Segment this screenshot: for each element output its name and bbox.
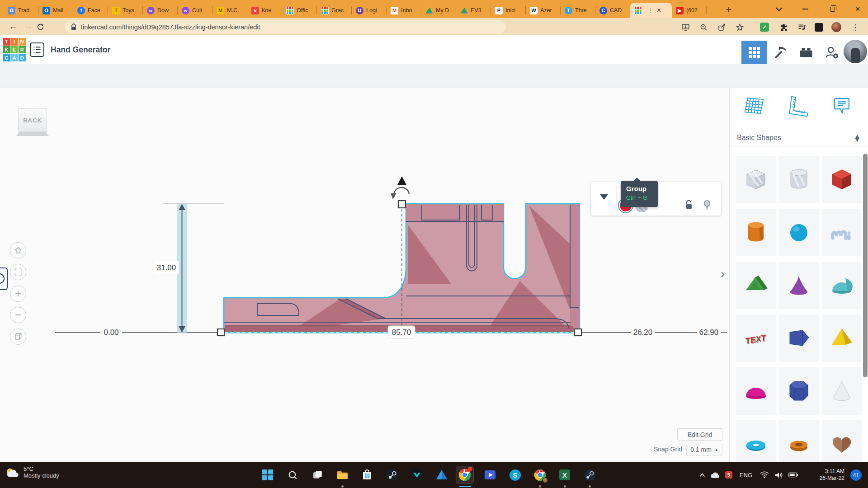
window-search-tabs-icon[interactable] [768, 0, 788, 18]
raise-arrow-handle[interactable] [397, 176, 406, 185]
wifi-icon[interactable] [758, 466, 771, 484]
browser-tab[interactable]: fFace [73, 3, 108, 18]
shape-tile-heart-brown[interactable] [822, 420, 862, 468]
browser-tab[interactable]: PInici [491, 3, 526, 18]
browser-tab[interactable]: My D [421, 3, 456, 18]
profile-avatar[interactable] [830, 21, 842, 33]
browser-tab[interactable]: ∞Dow [143, 3, 178, 18]
ruler-tool[interactable] [785, 93, 811, 119]
lock-icon[interactable] [684, 200, 694, 211]
workplane-tool[interactable] [741, 93, 767, 119]
clock-widget[interactable]: 3:11 AM 26-Mar-22 [820, 466, 844, 484]
window-close-button[interactable]: × [847, 0, 868, 18]
tinkercad-logo[interactable]: TINKERCAD [3, 38, 26, 61]
account-avatar[interactable] [844, 40, 867, 63]
skype-icon[interactable]: S [506, 466, 524, 484]
notes-tool[interactable] [829, 93, 855, 119]
drive-triangle-icon[interactable] [433, 466, 451, 484]
scale-handle-top[interactable] [398, 201, 406, 208]
install-app-icon[interactable] [679, 21, 691, 33]
edit-grid-button[interactable]: Edit Grid [677, 428, 722, 441]
file-explorer-icon[interactable] [333, 466, 351, 484]
notification-center-badge[interactable]: 41 [850, 469, 862, 481]
url-omnibox[interactable]: tinkercad.com/things/dD9q2857Jfa-sizzlin… [65, 20, 506, 33]
height-dimension-value[interactable]: 31.00 [157, 263, 176, 272]
shape-tile-wedge-blue[interactable] [779, 314, 819, 362]
scale-handle-right[interactable] [575, 329, 581, 336]
shape-tile-cylinder-orange[interactable] [736, 209, 776, 256]
back-icon[interactable]: ← [5, 22, 21, 32]
browser-tab[interactable]: ▶(602 [672, 3, 707, 18]
browser-tab[interactable]: ULogi [352, 3, 387, 18]
design-title[interactable]: Hand Generator [51, 45, 110, 55]
panel-collapse-caret[interactable] [600, 194, 608, 200]
extensions-puzzle-icon[interactable] [778, 21, 789, 33]
forward-icon[interactable]: → [21, 22, 36, 32]
excel-icon[interactable]: X [556, 466, 574, 484]
share-icon[interactable] [716, 21, 727, 33]
design-canvas[interactable]: BACK › [0, 88, 729, 462]
shape-tile-torus-cyan[interactable] [736, 420, 776, 468]
browser-tab[interactable]: OMail [38, 3, 73, 18]
tab-close-icon[interactable]: × [657, 6, 661, 14]
mode-brick-button[interactable] [793, 41, 819, 64]
window-minimize-button[interactable] [795, 0, 816, 18]
steam-icon[interactable] [383, 466, 401, 484]
browser-tab[interactable]: GTrad [4, 3, 38, 18]
shape-tile-scribble-blue[interactable] [822, 209, 862, 256]
design-menu-icon[interactable] [30, 42, 44, 57]
extension-check-icon[interactable]: ✓ [759, 21, 770, 33]
scale-handle-left[interactable] [217, 329, 224, 336]
browser-tab[interactable]: CCAD [595, 3, 630, 18]
playlist-extension-icon[interactable] [796, 21, 807, 33]
shape-tile-polygon-blue[interactable] [779, 367, 819, 415]
tray-recorder-icon[interactable]: 5 [722, 466, 735, 484]
language-indicator[interactable]: ENG [737, 466, 755, 484]
shape-tile-text-red[interactable]: TEXTTEXT [736, 314, 776, 362]
shape-tile-tube-orange[interactable] [779, 420, 819, 468]
invite-people-button[interactable] [819, 41, 844, 64]
browser-tab[interactable]: TThre [561, 3, 595, 18]
zoom-page-icon[interactable] [698, 21, 709, 33]
chrome-taskbar-icon[interactable] [456, 466, 474, 484]
mode-blocks-button[interactable] [741, 41, 767, 64]
battery-icon[interactable] [787, 466, 800, 484]
weather-widget[interactable]: 5°C Mostly cloudy [5, 465, 59, 481]
shape-tile-roof-green[interactable] [736, 262, 776, 309]
browser-tab[interactable]: MM.C. [212, 3, 247, 18]
reload-icon[interactable] [36, 23, 52, 31]
shape-tile-box-transparent[interactable] [736, 156, 776, 203]
shape-tile-box-red[interactable] [822, 156, 862, 203]
shape-category-dropdown[interactable]: Basic Shapes ▲▼ [730, 129, 868, 146]
browser-tab[interactable]: ⋮× [630, 3, 672, 18]
hide-lightbulb-icon[interactable] [702, 199, 712, 211]
chrome-profile-icon[interactable] [531, 466, 549, 484]
task-view-icon[interactable] [308, 466, 326, 484]
shape-tile-dome-teal[interactable] [822, 262, 862, 309]
steam-running-icon[interactable] [580, 466, 599, 484]
window-restore-button[interactable] [822, 0, 843, 18]
sidebar-scrollbar[interactable] [863, 154, 868, 377]
snap-grid-dropdown[interactable]: 0.1 mm▲ [686, 444, 722, 455]
microsoft-store-icon[interactable] [358, 466, 376, 484]
browser-tab[interactable]: MInbo [387, 3, 421, 18]
browser-tab[interactable]: Grac [317, 3, 352, 18]
shape-tile-cylinder-transparent[interactable] [779, 156, 819, 203]
shape-tile-paraboloid-white[interactable] [822, 367, 862, 415]
new-tab-button[interactable]: + [722, 4, 736, 15]
dark-mode-extension-icon[interactable] [813, 21, 825, 33]
start-button[interactable] [259, 466, 277, 484]
browser-tab[interactable]: TToys [108, 3, 143, 18]
search-icon[interactable] [283, 466, 302, 484]
browser-tab[interactable]: Offic [282, 3, 317, 18]
mode-minecraft-button[interactable] [768, 41, 793, 64]
shape-tile-pyramid-yellow[interactable] [822, 314, 862, 362]
shape-tile-sphere-blue[interactable] [779, 209, 819, 256]
shape-tile-half-sphere-magenta[interactable] [736, 367, 776, 415]
rotate-handle[interactable] [394, 188, 409, 197]
movies-app-icon[interactable] [481, 466, 499, 484]
browser-tab[interactable]: ∞Cult [178, 3, 212, 18]
position-value[interactable]: 85.70 [392, 328, 411, 337]
browser-tab[interactable]: vКон [247, 3, 282, 18]
tray-onedrive-icon[interactable] [709, 466, 722, 484]
